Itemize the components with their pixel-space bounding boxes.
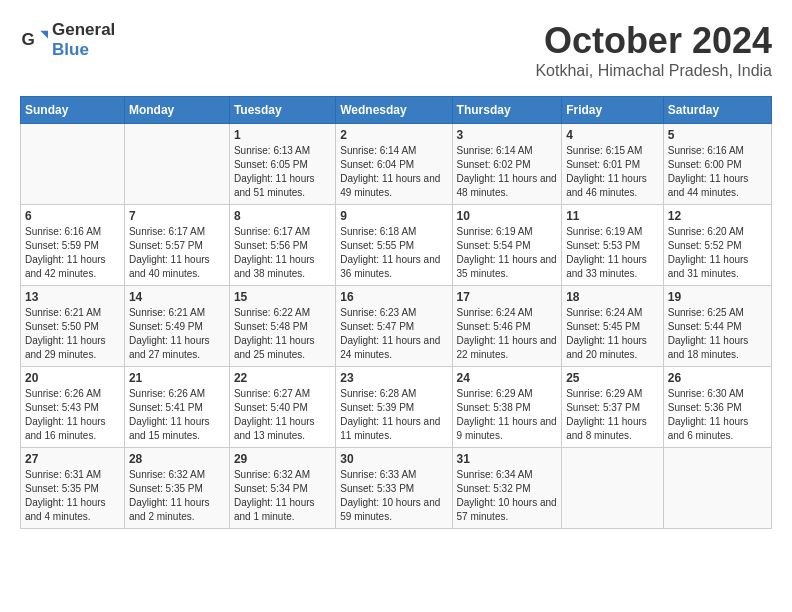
calendar-cell: 15Sunrise: 6:22 AM Sunset: 5:48 PM Dayli…	[229, 286, 335, 367]
calendar-cell: 11Sunrise: 6:19 AM Sunset: 5:53 PM Dayli…	[562, 205, 664, 286]
calendar-cell: 22Sunrise: 6:27 AM Sunset: 5:40 PM Dayli…	[229, 367, 335, 448]
calendar-cell: 10Sunrise: 6:19 AM Sunset: 5:54 PM Dayli…	[452, 205, 562, 286]
day-number: 12	[668, 209, 767, 223]
calendar-header-row: SundayMondayTuesdayWednesdayThursdayFrid…	[21, 97, 772, 124]
day-info: Sunrise: 6:19 AM Sunset: 5:54 PM Dayligh…	[457, 225, 558, 281]
calendar-cell: 14Sunrise: 6:21 AM Sunset: 5:49 PM Dayli…	[124, 286, 229, 367]
day-info: Sunrise: 6:18 AM Sunset: 5:55 PM Dayligh…	[340, 225, 447, 281]
day-of-week-header: Friday	[562, 97, 664, 124]
calendar-week-row: 1Sunrise: 6:13 AM Sunset: 6:05 PM Daylig…	[21, 124, 772, 205]
day-info: Sunrise: 6:32 AM Sunset: 5:34 PM Dayligh…	[234, 468, 331, 524]
calendar-cell: 29Sunrise: 6:32 AM Sunset: 5:34 PM Dayli…	[229, 448, 335, 529]
day-number: 3	[457, 128, 558, 142]
day-info: Sunrise: 6:21 AM Sunset: 5:49 PM Dayligh…	[129, 306, 225, 362]
logo-blue: Blue	[52, 40, 89, 59]
calendar-cell: 31Sunrise: 6:34 AM Sunset: 5:32 PM Dayli…	[452, 448, 562, 529]
calendar-week-row: 13Sunrise: 6:21 AM Sunset: 5:50 PM Dayli…	[21, 286, 772, 367]
logo-icon: G	[20, 26, 48, 54]
calendar-cell: 7Sunrise: 6:17 AM Sunset: 5:57 PM Daylig…	[124, 205, 229, 286]
day-number: 27	[25, 452, 120, 466]
day-info: Sunrise: 6:27 AM Sunset: 5:40 PM Dayligh…	[234, 387, 331, 443]
day-info: Sunrise: 6:34 AM Sunset: 5:32 PM Dayligh…	[457, 468, 558, 524]
day-number: 16	[340, 290, 447, 304]
calendar-cell	[663, 448, 771, 529]
calendar-cell: 9Sunrise: 6:18 AM Sunset: 5:55 PM Daylig…	[336, 205, 452, 286]
day-number: 8	[234, 209, 331, 223]
day-number: 5	[668, 128, 767, 142]
day-number: 29	[234, 452, 331, 466]
day-info: Sunrise: 6:26 AM Sunset: 5:43 PM Dayligh…	[25, 387, 120, 443]
calendar-cell	[124, 124, 229, 205]
day-number: 28	[129, 452, 225, 466]
calendar-cell: 6Sunrise: 6:16 AM Sunset: 5:59 PM Daylig…	[21, 205, 125, 286]
calendar-cell: 8Sunrise: 6:17 AM Sunset: 5:56 PM Daylig…	[229, 205, 335, 286]
calendar-cell: 21Sunrise: 6:26 AM Sunset: 5:41 PM Dayli…	[124, 367, 229, 448]
day-number: 6	[25, 209, 120, 223]
calendar-body: 1Sunrise: 6:13 AM Sunset: 6:05 PM Daylig…	[21, 124, 772, 529]
day-of-week-header: Monday	[124, 97, 229, 124]
day-info: Sunrise: 6:29 AM Sunset: 5:37 PM Dayligh…	[566, 387, 659, 443]
calendar-cell: 23Sunrise: 6:28 AM Sunset: 5:39 PM Dayli…	[336, 367, 452, 448]
day-info: Sunrise: 6:24 AM Sunset: 5:46 PM Dayligh…	[457, 306, 558, 362]
calendar-cell: 16Sunrise: 6:23 AM Sunset: 5:47 PM Dayli…	[336, 286, 452, 367]
day-number: 11	[566, 209, 659, 223]
day-number: 30	[340, 452, 447, 466]
day-info: Sunrise: 6:30 AM Sunset: 5:36 PM Dayligh…	[668, 387, 767, 443]
calendar-cell: 1Sunrise: 6:13 AM Sunset: 6:05 PM Daylig…	[229, 124, 335, 205]
day-number: 26	[668, 371, 767, 385]
calendar-week-row: 20Sunrise: 6:26 AM Sunset: 5:43 PM Dayli…	[21, 367, 772, 448]
day-info: Sunrise: 6:20 AM Sunset: 5:52 PM Dayligh…	[668, 225, 767, 281]
day-info: Sunrise: 6:16 AM Sunset: 6:00 PM Dayligh…	[668, 144, 767, 200]
day-info: Sunrise: 6:16 AM Sunset: 5:59 PM Dayligh…	[25, 225, 120, 281]
calendar-week-row: 27Sunrise: 6:31 AM Sunset: 5:35 PM Dayli…	[21, 448, 772, 529]
calendar-cell: 28Sunrise: 6:32 AM Sunset: 5:35 PM Dayli…	[124, 448, 229, 529]
day-number: 25	[566, 371, 659, 385]
day-number: 19	[668, 290, 767, 304]
day-info: Sunrise: 6:17 AM Sunset: 5:56 PM Dayligh…	[234, 225, 331, 281]
day-info: Sunrise: 6:33 AM Sunset: 5:33 PM Dayligh…	[340, 468, 447, 524]
calendar-cell: 27Sunrise: 6:31 AM Sunset: 5:35 PM Dayli…	[21, 448, 125, 529]
day-info: Sunrise: 6:15 AM Sunset: 6:01 PM Dayligh…	[566, 144, 659, 200]
calendar-cell: 12Sunrise: 6:20 AM Sunset: 5:52 PM Dayli…	[663, 205, 771, 286]
day-info: Sunrise: 6:19 AM Sunset: 5:53 PM Dayligh…	[566, 225, 659, 281]
day-number: 15	[234, 290, 331, 304]
svg-text:G: G	[22, 30, 35, 49]
calendar-table: SundayMondayTuesdayWednesdayThursdayFrid…	[20, 96, 772, 529]
calendar-cell: 3Sunrise: 6:14 AM Sunset: 6:02 PM Daylig…	[452, 124, 562, 205]
day-number: 21	[129, 371, 225, 385]
day-of-week-header: Saturday	[663, 97, 771, 124]
day-number: 10	[457, 209, 558, 223]
calendar-week-row: 6Sunrise: 6:16 AM Sunset: 5:59 PM Daylig…	[21, 205, 772, 286]
day-info: Sunrise: 6:26 AM Sunset: 5:41 PM Dayligh…	[129, 387, 225, 443]
day-info: Sunrise: 6:21 AM Sunset: 5:50 PM Dayligh…	[25, 306, 120, 362]
calendar-cell: 13Sunrise: 6:21 AM Sunset: 5:50 PM Dayli…	[21, 286, 125, 367]
day-of-week-header: Thursday	[452, 97, 562, 124]
day-info: Sunrise: 6:32 AM Sunset: 5:35 PM Dayligh…	[129, 468, 225, 524]
calendar-cell: 2Sunrise: 6:14 AM Sunset: 6:04 PM Daylig…	[336, 124, 452, 205]
day-number: 23	[340, 371, 447, 385]
calendar-cell	[562, 448, 664, 529]
calendar-cell: 5Sunrise: 6:16 AM Sunset: 6:00 PM Daylig…	[663, 124, 771, 205]
day-number: 9	[340, 209, 447, 223]
calendar-cell: 17Sunrise: 6:24 AM Sunset: 5:46 PM Dayli…	[452, 286, 562, 367]
day-info: Sunrise: 6:25 AM Sunset: 5:44 PM Dayligh…	[668, 306, 767, 362]
calendar-cell: 30Sunrise: 6:33 AM Sunset: 5:33 PM Dayli…	[336, 448, 452, 529]
day-of-week-header: Wednesday	[336, 97, 452, 124]
day-number: 24	[457, 371, 558, 385]
day-number: 31	[457, 452, 558, 466]
day-info: Sunrise: 6:14 AM Sunset: 6:02 PM Dayligh…	[457, 144, 558, 200]
day-number: 18	[566, 290, 659, 304]
day-info: Sunrise: 6:22 AM Sunset: 5:48 PM Dayligh…	[234, 306, 331, 362]
day-info: Sunrise: 6:29 AM Sunset: 5:38 PM Dayligh…	[457, 387, 558, 443]
day-info: Sunrise: 6:23 AM Sunset: 5:47 PM Dayligh…	[340, 306, 447, 362]
location-title: Kotkhai, Himachal Pradesh, India	[535, 62, 772, 80]
calendar-cell: 19Sunrise: 6:25 AM Sunset: 5:44 PM Dayli…	[663, 286, 771, 367]
calendar-cell: 24Sunrise: 6:29 AM Sunset: 5:38 PM Dayli…	[452, 367, 562, 448]
calendar-cell: 18Sunrise: 6:24 AM Sunset: 5:45 PM Dayli…	[562, 286, 664, 367]
svg-marker-1	[40, 31, 48, 39]
calendar-cell	[21, 124, 125, 205]
day-info: Sunrise: 6:14 AM Sunset: 6:04 PM Dayligh…	[340, 144, 447, 200]
day-number: 20	[25, 371, 120, 385]
day-info: Sunrise: 6:28 AM Sunset: 5:39 PM Dayligh…	[340, 387, 447, 443]
calendar-cell: 26Sunrise: 6:30 AM Sunset: 5:36 PM Dayli…	[663, 367, 771, 448]
